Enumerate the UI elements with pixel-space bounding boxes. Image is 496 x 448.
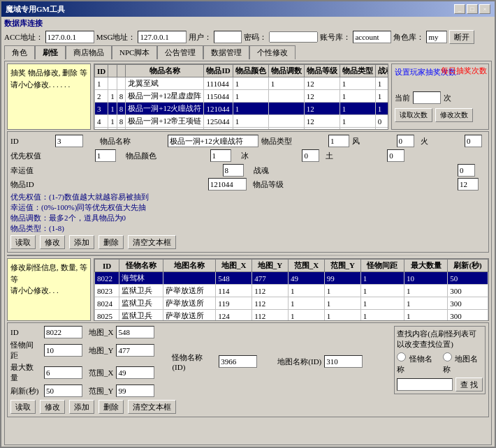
item-id-input[interactable] xyxy=(208,178,247,191)
m-range-y-input[interactable] xyxy=(116,384,154,397)
monster-table-row[interactable]: 8024监狱卫兵萨举放送所1191121111300 xyxy=(95,297,488,310)
item-read-button[interactable]: 读取 xyxy=(10,235,36,249)
warning-top-line1: 抽奖 物品修改, 删除 等 xyxy=(10,67,87,79)
m-id-input[interactable] xyxy=(44,326,82,338)
m-read-button[interactable]: 读取 xyxy=(10,400,36,414)
name-input[interactable] xyxy=(168,135,258,147)
main-panel: 抽奖 物品修改, 删除 等 请小心修改. . . . . . ID xyxy=(4,61,492,445)
maximize-button[interactable]: □ xyxy=(467,4,478,14)
tab-announce[interactable]: 公告管理 xyxy=(157,45,203,59)
item-table-row[interactable]: 1龙翼至斌11104411121100 xyxy=(95,77,389,90)
wind-label: 风 xyxy=(352,136,393,147)
earth-label: 土 xyxy=(326,151,384,161)
item-table-row[interactable]: 518极品一洞+12帝道战甲1310441121000 xyxy=(95,128,389,130)
item-table-scroll[interactable]: ID 物品名称 物品ID 物品颜色 物品调数 物品等级 物品类型 战魂 xyxy=(94,64,388,130)
item-modify-button[interactable]: 修改 xyxy=(40,235,65,249)
close-button[interactable]: × xyxy=(479,4,490,14)
db-input[interactable] xyxy=(353,31,391,43)
lottery-unit: 次 xyxy=(444,93,451,103)
radio-monster[interactable] xyxy=(397,352,406,361)
m-clear-button[interactable]: 清空文本框 xyxy=(128,400,176,414)
tab-role[interactable]: 角色 xyxy=(4,45,35,59)
m-monster-name-input[interactable] xyxy=(219,355,257,368)
m-modify-button[interactable]: 修改 xyxy=(40,400,65,414)
item-table: ID 物品名称 物品ID 物品颜色 物品调数 物品等级 物品类型 战魂 xyxy=(94,64,388,130)
tab-data[interactable]: 数据管理 xyxy=(203,45,249,59)
tab-npc[interactable]: NPC脚本 xyxy=(112,45,157,59)
m-map-x-input[interactable] xyxy=(116,326,154,338)
wind-input[interactable] xyxy=(397,135,414,147)
warning-top-line2: 请小心修改. . . . . . xyxy=(10,79,87,91)
m-refresh-label: 刷新(秒) xyxy=(10,386,41,396)
id-label: ID xyxy=(10,137,52,145)
level-input[interactable] xyxy=(458,178,479,191)
id-input[interactable] xyxy=(55,135,83,147)
m-id-label: ID xyxy=(10,328,41,336)
m-map-name-id-input[interactable] xyxy=(324,355,363,368)
m-monster-name-label: 怪物名称(ID) xyxy=(172,352,216,371)
m-map-y-input[interactable] xyxy=(116,344,154,357)
monster-table-row[interactable]: 8022海驾林548477499911050 xyxy=(95,272,488,285)
tab-shop[interactable]: 商店物品 xyxy=(66,45,112,59)
tab-shuaiguai[interactable]: 刷怪 xyxy=(35,45,66,59)
monster-table-scroll[interactable]: ID 怪物名称 地图名称 地图_X 地图_Y 范围_X 范围_Y 怪物间距 最大… xyxy=(94,258,489,321)
m-refresh-input[interactable] xyxy=(44,384,82,397)
m-delete-button[interactable]: 删除 xyxy=(99,400,124,414)
tab-personal[interactable]: 个性修改 xyxy=(249,45,296,59)
ice-label: 冰 xyxy=(241,151,300,161)
lottery-daily-label: 每日抽奖次数 xyxy=(441,66,487,76)
ice-input[interactable] xyxy=(302,149,319,162)
radio-map[interactable] xyxy=(443,352,452,361)
pwd-input[interactable] xyxy=(269,31,318,43)
col-c2 xyxy=(117,65,126,77)
lottery-box: 设置玩家抽奖次数.. 每日抽奖次数 当前 次 读取次数 修改次数 xyxy=(391,64,489,130)
lottery-current-label: 当前 xyxy=(395,93,410,103)
msg-input[interactable] xyxy=(138,31,187,43)
monster-form-buttons: 读取 修改 添加 删除 清空文本框 xyxy=(10,400,486,414)
m-dist-input[interactable] xyxy=(44,344,82,357)
monster-form-left: ID 地图_X 怪物间距 地图_Y 最大数量 范围_X 刷新(秒) xyxy=(10,326,158,397)
warning-top: 抽奖 物品修改, 删除 等 请小心修改. . . . . . xyxy=(7,64,91,130)
luck-label: 幸运值 xyxy=(10,165,220,176)
m-max-input[interactable] xyxy=(44,366,82,379)
monster-form-mid: 怪物名称(ID) 地图名称(ID) xyxy=(172,326,380,397)
luck-input[interactable] xyxy=(223,164,244,177)
monster-table-row[interactable]: 8023监狱卫兵萨举放送所1141121111300 xyxy=(95,285,488,297)
soul-input[interactable] xyxy=(458,164,475,177)
item-table-row[interactable]: 318极品一洞+12火瞳战符1210441121100 xyxy=(95,103,389,115)
item-add-button[interactable]: 添加 xyxy=(69,235,94,249)
earth-input[interactable] xyxy=(387,149,404,162)
item-table-row[interactable]: 418极品一洞+12帝王项链1250441121000 xyxy=(95,115,389,128)
monster-table-row[interactable]: 8025监狱卫兵萨举放送所1241121111300 xyxy=(95,310,488,322)
user-input[interactable] xyxy=(214,31,242,43)
lottery-current-input[interactable] xyxy=(413,91,441,104)
item-table-row[interactable]: 218极品一洞+12星虚虚阵1150441121100 xyxy=(95,90,389,103)
connect-button[interactable]: 断开 xyxy=(449,30,474,44)
item-clear-button[interactable]: 清空文本框 xyxy=(128,235,176,249)
hint1: 优先权值：(1-7)数值越大就越容易被抽到 xyxy=(10,192,486,202)
radio-monster-label[interactable]: 怪物名称 xyxy=(397,352,437,375)
priority-input[interactable] xyxy=(95,149,116,162)
m-add-button[interactable]: 添加 xyxy=(69,400,94,414)
color-input[interactable] xyxy=(210,149,231,162)
item-delete-button[interactable]: 删除 xyxy=(99,235,124,249)
fire-input[interactable] xyxy=(465,135,482,147)
acc-input[interactable] xyxy=(45,31,94,43)
minimize-button[interactable]: _ xyxy=(454,4,465,14)
type-input[interactable] xyxy=(328,135,349,147)
monster-form-right: 查找内容(点刷怪列表可以改变查找位置) 怪物名称 地图名称 xyxy=(394,326,486,397)
m-col-y: 地图_Y xyxy=(252,260,289,272)
col-color: 物品颜色 xyxy=(233,65,268,77)
color-label: 物品颜色 xyxy=(126,151,207,161)
hint3: 物品调数：最多2个，道具物品为0 xyxy=(10,213,486,223)
m-col-monster: 怪物名称 xyxy=(119,260,163,272)
radio-map-label[interactable]: 地图名称 xyxy=(443,352,483,375)
role-input[interactable] xyxy=(426,31,447,43)
db-connection-section: 数据库连接 ACC地址： MSG地址： 用户： 密码： 账号库： 角色库： 断开 xyxy=(4,18,492,44)
m-range-x-input[interactable] xyxy=(116,366,154,379)
hints: 优先权值：(1-7)数值越大就越容易被抽到 幸运值：(0%-100%)同等优先权… xyxy=(10,192,486,234)
read-count-button[interactable]: 读取次数 xyxy=(395,108,432,122)
modify-count-button[interactable]: 修改次数 xyxy=(435,108,473,122)
search-button[interactable]: 查 找 xyxy=(455,378,483,391)
search-input[interactable] xyxy=(397,378,453,391)
